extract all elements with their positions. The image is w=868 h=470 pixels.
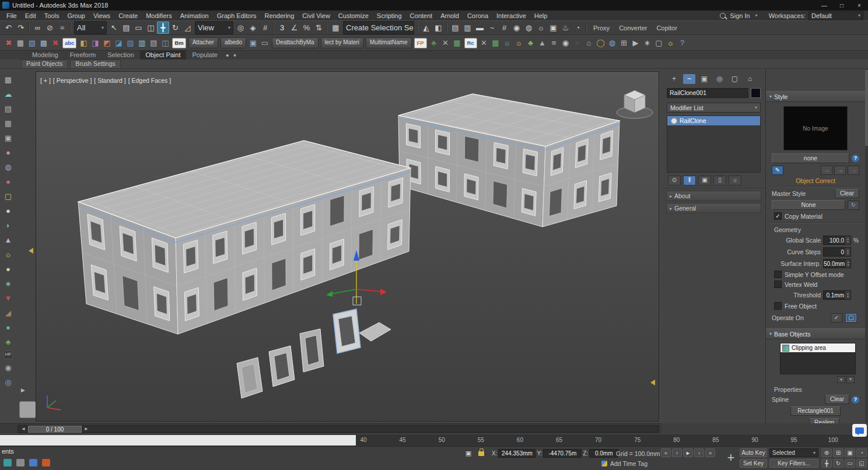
clear-spline-button[interactable]: Clear: [825, 395, 849, 404]
menu-item-customize[interactable]: Customize: [334, 12, 373, 19]
feedback-bubble-icon[interactable]: [852, 424, 867, 437]
keyboard-override-icon[interactable]: #: [259, 22, 271, 34]
utilities-tab[interactable]: ⌂: [744, 74, 756, 84]
taskbar-icon-4[interactable]: [42, 459, 50, 467]
help-tool-icon[interactable]: ?: [677, 37, 688, 50]
railclone-tools-icon[interactable]: ✕: [478, 37, 490, 50]
viewport-edge-handle-left[interactable]: [29, 248, 33, 254]
forest-tools-icon[interactable]: ✕: [440, 37, 452, 50]
clear-style-button[interactable]: Clear: [835, 189, 859, 198]
menu-item-rendering[interactable]: Rendering: [261, 12, 299, 19]
rendered-frame-window-icon[interactable]: ▣: [547, 22, 559, 34]
list-tool-icon[interactable]: ≡: [548, 37, 560, 50]
snap-toggle-3d-icon[interactable]: 3: [276, 22, 288, 34]
copy-material-checkbox[interactable]: ✓: [774, 212, 782, 220]
base-objects-list[interactable]: Clipping area: [780, 343, 856, 374]
window-crossing-icon[interactable]: ◫: [145, 22, 157, 34]
hf-tool-icon[interactable]: HF: [4, 350, 13, 359]
cloud-icon[interactable]: ☁: [2, 88, 15, 100]
material-editor-icon[interactable]: ◉: [510, 22, 523, 34]
layers-tool-icon[interactable]: ▤: [148, 37, 159, 50]
taskbar-icon-3[interactable]: [29, 459, 37, 467]
relax-tool-icon[interactable]: ▨: [124, 37, 136, 50]
select-and-scale-icon[interactable]: ◿: [181, 22, 194, 34]
bulb-tool-icon[interactable]: ☼: [665, 37, 677, 50]
search-icon[interactable]: [720, 13, 726, 19]
goto-end-button[interactable]: »: [705, 448, 715, 457]
operate-on-splines-button[interactable]: ✓: [831, 313, 842, 322]
subtab-brush-settings[interactable]: Brush Settings: [70, 59, 120, 68]
xmesh-icon[interactable]: ✖: [3, 37, 15, 50]
set-key-button[interactable]: Set Key: [740, 459, 767, 468]
viewport-canvas[interactable]: [36, 72, 659, 421]
forest-pack-icon[interactable]: FP: [414, 38, 427, 48]
ribbon-record-icon[interactable]: ●: [223, 52, 231, 58]
unlink-selection-icon[interactable]: ⊘: [44, 22, 56, 34]
select-and-rotate-icon[interactable]: ↻: [169, 22, 181, 34]
snowflake-icon[interactable]: ∗: [2, 278, 15, 290]
master-style-none-button[interactable]: None: [772, 200, 845, 210]
sync-style-icon[interactable]: →: [821, 166, 832, 175]
previous-frame-arrow[interactable]: ◄: [21, 426, 26, 432]
time-slider-track[interactable]: [18, 425, 659, 433]
viewport-layout-button[interactable]: [19, 401, 36, 418]
selection-lock-icon[interactable]: [478, 451, 484, 456]
zoom-icon[interactable]: ⊕: [821, 448, 832, 457]
forest-tree-icon[interactable]: ♣: [428, 37, 440, 50]
menu-item-corona[interactable]: Corona: [463, 12, 492, 19]
edit-style-icon[interactable]: ✎: [772, 166, 783, 175]
black-box-icon[interactable]: ■: [572, 37, 583, 50]
sphere-beige-icon[interactable]: ●: [2, 263, 15, 275]
named-selection-dropdown[interactable]: Create Selection Se▾: [343, 21, 414, 34]
play-box-icon[interactable]: ▶: [630, 37, 642, 50]
sun-icon[interactable]: ☼: [2, 248, 15, 261]
spinner-arrows[interactable]: ▴▾: [845, 236, 850, 244]
checker-tool-icon[interactable]: ▩: [38, 37, 50, 50]
panel-scrollbar[interactable]: [865, 69, 868, 423]
orbit-icon[interactable]: ↻: [833, 459, 844, 468]
list-down-button[interactable]: ▾: [846, 376, 855, 383]
toggle-scene-explorer-icon[interactable]: ▤: [449, 22, 461, 34]
tab-freeform[interactable]: Freeform: [64, 51, 102, 59]
menu-item-tools[interactable]: Tools: [40, 12, 64, 19]
panel-icon[interactable]: ▤: [2, 103, 15, 115]
object-color-swatch[interactable]: [751, 88, 761, 98]
viewport-label-segment-perspective[interactable]: [ Perspective ]: [53, 77, 92, 84]
viewport-label-segment-standard[interactable]: [ Standard ]: [94, 77, 125, 84]
tab-populate[interactable]: Populate: [186, 51, 223, 59]
display-tab[interactable]: ▢: [729, 74, 741, 84]
perspective-viewport[interactable]: [ + ][ Perspective ][ Standard ][ Edged …: [36, 71, 659, 422]
select-and-move-icon[interactable]: ╋: [157, 22, 169, 34]
track-bar[interactable]: 404550556065707580859095100: [0, 434, 868, 446]
sign-in-dropdown-arrow[interactable]: ▾: [755, 13, 758, 18]
home-tool-icon[interactable]: ⌂: [583, 37, 595, 50]
workspace-dropdown[interactable]: Default ▾: [808, 11, 863, 20]
menu-item-help[interactable]: Help: [530, 12, 552, 19]
vertex-weld-checkbox[interactable]: [774, 280, 782, 288]
uvw-tool-icon[interactable]: ◧: [78, 37, 89, 50]
pick-style-icon[interactable]: ↻: [848, 201, 859, 210]
railclone-library-icon[interactable]: ▦: [490, 37, 502, 50]
tab-selection[interactable]: Selection: [102, 51, 139, 59]
grid-tool-icon[interactable]: ▦: [15, 37, 26, 50]
viewport-label-segment-[interactable]: [ + ]: [40, 77, 51, 84]
maximize-viewport-icon[interactable]: ◱: [856, 459, 867, 468]
menu-item-edit[interactable]: Edit: [21, 12, 40, 19]
surface-interp-spinner[interactable]: 50.0mm ▴▾: [823, 259, 851, 268]
spinner-arrows[interactable]: ▴▾: [846, 259, 850, 268]
menu-item-content[interactable]: Content: [406, 12, 437, 19]
menu-item-modifiers[interactable]: Modifiers: [142, 12, 176, 19]
railclone-icon[interactable]: Rc: [464, 38, 477, 48]
add-time-tag[interactable]: Add Time Tag: [601, 460, 648, 467]
style-rollout-header[interactable]: ▾ Style: [766, 91, 865, 102]
cone-icon[interactable]: ▲: [2, 234, 15, 246]
zoom-extents-icon[interactable]: ▣: [845, 448, 855, 457]
track-bar-range[interactable]: [0, 435, 356, 446]
ring-tool-icon[interactable]: ◯: [595, 37, 607, 50]
spinner-arrows[interactable]: ▴▾: [845, 291, 850, 299]
next-frame-arrow[interactable]: ►: [84, 426, 89, 432]
globe-tool-icon[interactable]: ◍: [607, 37, 618, 50]
threshold-spinner[interactable]: 0.1mm ▴▾: [823, 290, 851, 300]
scatter-tool-icon[interactable]: ∗: [642, 37, 653, 50]
menu-item-arnold[interactable]: Arnold: [436, 12, 463, 19]
